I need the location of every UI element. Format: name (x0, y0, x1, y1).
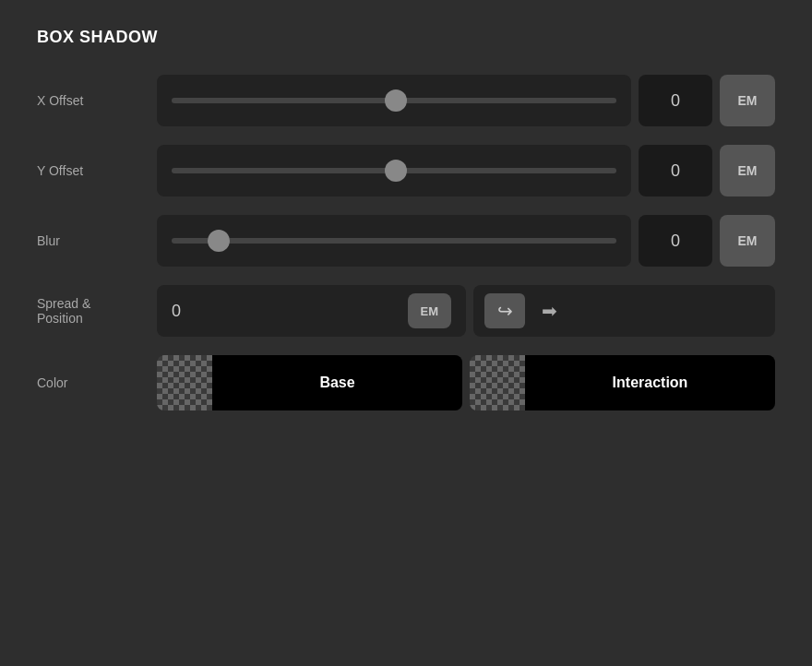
panel-title: BOX SHADOW (37, 28, 775, 47)
base-color-swatch[interactable]: Base (157, 355, 462, 410)
y-offset-value: 0 (639, 145, 712, 196)
blur-controls: 0 EM (157, 215, 775, 267)
x-offset-slider-track[interactable] (172, 98, 616, 103)
x-offset-slider-thumb[interactable] (385, 89, 407, 112)
base-color-label: Base (212, 355, 462, 410)
interaction-checker-pattern (470, 355, 525, 410)
y-offset-slider-container[interactable] (157, 145, 631, 196)
spread-unit-button[interactable]: EM (408, 293, 452, 328)
inset-icon: ➡ (542, 300, 557, 322)
blur-slider-track[interactable] (172, 238, 616, 244)
x-offset-value: 0 (639, 75, 712, 126)
color-row-group: Base Interaction (157, 355, 775, 410)
blur-value: 0 (639, 215, 712, 267)
blur-label: Blur (37, 233, 157, 248)
blur-unit-button[interactable]: EM (720, 215, 775, 267)
x-offset-label: X Offset (37, 93, 157, 108)
y-offset-controls: 0 EM (157, 145, 775, 196)
y-offset-unit-button[interactable]: EM (720, 145, 775, 196)
color-row: Color Base Interaction (37, 355, 775, 410)
outset-icon: ↪ (497, 300, 513, 322)
y-offset-slider-thumb[interactable] (385, 160, 407, 182)
color-label: Color (37, 375, 157, 390)
spread-position-controls: 0 EM ↪ ➡ (157, 285, 775, 337)
blur-slider-container[interactable] (157, 215, 631, 267)
base-checker-pattern (157, 355, 212, 410)
y-offset-slider-track[interactable] (172, 168, 616, 173)
outset-button[interactable]: ↪ (484, 293, 525, 328)
x-offset-row: X Offset 0 EM (37, 75, 775, 126)
y-offset-row: Y Offset 0 EM (37, 145, 775, 196)
interaction-color-label: Interaction (525, 355, 775, 410)
x-offset-unit-button[interactable]: EM (720, 75, 775, 126)
interaction-color-swatch[interactable]: Interaction (470, 355, 775, 410)
spread-value: 0 (172, 302, 397, 321)
box-shadow-panel: BOX SHADOW X Offset 0 EM Y Offset 0 EM (37, 28, 775, 429)
spread-control: 0 EM (157, 285, 466, 337)
x-offset-controls: 0 EM (157, 75, 775, 126)
position-buttons-group: ↪ ➡ (473, 285, 775, 337)
spread-position-row: Spread &Position 0 EM ↪ ➡ (37, 285, 775, 337)
inset-button[interactable]: ➡ (529, 293, 569, 328)
blur-row: Blur 0 EM (37, 215, 775, 267)
x-offset-slider-container[interactable] (157, 75, 631, 126)
blur-slider-thumb[interactable] (208, 230, 230, 252)
y-offset-label: Y Offset (37, 163, 157, 178)
spread-position-label: Spread &Position (37, 296, 157, 326)
